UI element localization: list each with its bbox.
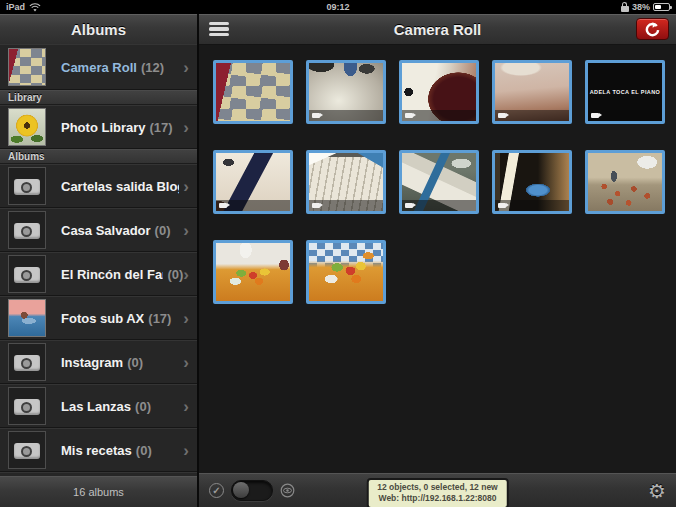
status-box: 12 objects, 0 selected, 12 new Web: http… bbox=[366, 478, 508, 507]
album-count: (0) bbox=[167, 267, 183, 282]
sidebar-item-las-lanzas[interactable]: Las Lanzas (0) › bbox=[0, 384, 197, 428]
album-label: Mis recetas bbox=[61, 443, 132, 458]
album-count: (0) bbox=[135, 399, 151, 414]
sync-icon bbox=[644, 22, 661, 37]
album-label: El Rincón del Faro bbox=[61, 267, 163, 282]
page-title: Camera Roll bbox=[394, 21, 482, 38]
orientation-lock-icon bbox=[621, 2, 629, 12]
app-screen: iPad 09:12 38% Albums Camera Roll (12) bbox=[0, 0, 676, 507]
chevron-right-icon: › bbox=[183, 354, 189, 371]
album-count: (17) bbox=[148, 311, 171, 326]
library-section: Library bbox=[0, 90, 197, 105]
album-count: (12) bbox=[141, 60, 164, 75]
video-thumbnail[interactable] bbox=[306, 60, 386, 124]
chevron-right-icon: › bbox=[183, 398, 189, 415]
preview-eye-icon[interactable] bbox=[280, 483, 295, 498]
album-list: Camera Roll (12) › Library Photo Library… bbox=[0, 44, 197, 477]
album-label: Casa Salvador bbox=[61, 223, 151, 238]
album-count: (0) bbox=[155, 223, 171, 238]
album-label: Instagram bbox=[61, 355, 123, 370]
video-badge bbox=[402, 200, 476, 211]
chevron-right-icon: › bbox=[183, 119, 189, 136]
album-label: Cartelas salida Blogtri... bbox=[61, 179, 179, 194]
photo-thumbnail[interactable] bbox=[306, 240, 386, 304]
chevron-right-icon: › bbox=[183, 310, 189, 327]
camera-placeholder-icon bbox=[8, 343, 46, 381]
camera-placeholder-icon bbox=[8, 211, 46, 249]
ios-status-bar: iPad 09:12 38% bbox=[0, 0, 676, 14]
photo-grid: ADELA TOCA EL PIANO bbox=[199, 44, 676, 473]
sidebar-item-el-rincon-del-faro[interactable]: El Rincón del Faro (0) › bbox=[0, 252, 197, 296]
video-thumbnail[interactable] bbox=[213, 150, 293, 214]
video-camera-icon bbox=[219, 203, 227, 209]
sidebar-item-fotos-sub-ax[interactable]: Fotos sub AX (17) › bbox=[0, 296, 197, 340]
chevron-right-icon: › bbox=[183, 178, 189, 195]
photo-thumbnail[interactable] bbox=[213, 60, 293, 124]
status-right: 38% bbox=[621, 2, 670, 12]
chevron-right-icon: › bbox=[183, 59, 189, 76]
video-badge bbox=[588, 110, 662, 121]
album-thumbnail bbox=[8, 108, 46, 146]
video-camera-icon bbox=[498, 203, 506, 209]
thumbnail-image bbox=[309, 243, 383, 301]
video-thumbnail[interactable]: ADELA TOCA EL PIANO bbox=[585, 60, 665, 124]
chevron-right-icon: › bbox=[183, 266, 189, 283]
web-url-line: Web: http://192.168.1.22:8080 bbox=[377, 493, 497, 504]
sync-button[interactable] bbox=[636, 18, 669, 40]
camera-placeholder-icon bbox=[8, 167, 46, 205]
camera-placeholder-icon bbox=[8, 387, 46, 425]
albums-count-footer: 16 albums bbox=[0, 476, 197, 507]
section-label: Albums bbox=[8, 151, 45, 162]
video-badge bbox=[495, 110, 569, 121]
camera-placeholder-icon bbox=[8, 255, 46, 293]
sidebar-item-instagram[interactable]: Instagram (0) › bbox=[0, 340, 197, 384]
settings-gear-icon[interactable]: ⚙ bbox=[648, 481, 666, 501]
video-badge bbox=[309, 200, 383, 211]
video-thumbnail[interactable] bbox=[306, 150, 386, 214]
hamburger-menu-button[interactable] bbox=[207, 18, 237, 40]
sidebar-item-mis-recetas[interactable]: Mis recetas (0) › bbox=[0, 428, 197, 472]
camera-roll-panel: Camera Roll ADELA bbox=[197, 14, 676, 507]
thumbnail-image bbox=[216, 63, 290, 121]
sidebar-item-casa-salvador[interactable]: Casa Salvador (0) › bbox=[0, 208, 197, 252]
bottom-toolbar: ✓ 12 objects, 0 selected, 12 new Web: ht… bbox=[199, 473, 676, 507]
album-label: Photo Library bbox=[61, 120, 146, 135]
album-count: (0) bbox=[136, 443, 152, 458]
album-count: (0) bbox=[127, 355, 143, 370]
toggle-knob[interactable] bbox=[233, 482, 249, 498]
video-camera-icon bbox=[498, 113, 506, 119]
video-camera-icon bbox=[312, 113, 320, 119]
video-badge bbox=[309, 110, 383, 121]
photo-thumbnail[interactable] bbox=[585, 150, 665, 214]
sidebar-item-photo-library[interactable]: Photo Library (17) › bbox=[0, 105, 197, 149]
video-badge bbox=[495, 200, 569, 211]
select-all-icon[interactable]: ✓ bbox=[209, 483, 224, 498]
clock: 09:12 bbox=[0, 2, 676, 12]
battery-icon bbox=[653, 3, 670, 11]
select-mode-toggle[interactable] bbox=[231, 480, 273, 501]
album-thumbnail bbox=[8, 48, 46, 86]
sidebar-title: Albums bbox=[71, 21, 126, 38]
video-thumbnail[interactable] bbox=[399, 60, 479, 124]
video-thumbnail[interactable] bbox=[399, 150, 479, 214]
video-thumbnail[interactable] bbox=[492, 150, 572, 214]
photo-thumbnail[interactable] bbox=[213, 240, 293, 304]
battery-percent-label: 38% bbox=[632, 2, 650, 12]
albums-section: Albums bbox=[0, 149, 197, 164]
albums-sidebar: Albums Camera Roll (12) › Library Photo … bbox=[0, 14, 197, 507]
sidebar-header: Albums bbox=[0, 14, 197, 45]
sidebar-item-cartelas-salida-blogtri[interactable]: Cartelas salida Blogtri... › bbox=[0, 164, 197, 208]
thumbnail-image bbox=[588, 153, 662, 211]
album-count: (17) bbox=[150, 120, 173, 135]
album-label: Las Lanzas bbox=[61, 399, 131, 414]
toolbar-left-controls: ✓ bbox=[209, 480, 295, 501]
thumbnail-image bbox=[216, 243, 290, 301]
sidebar-item-camera-roll[interactable]: Camera Roll (12) › bbox=[0, 44, 197, 90]
album-thumbnail bbox=[8, 299, 46, 337]
video-camera-icon bbox=[405, 113, 413, 119]
objects-status-line: 12 objects, 0 selected, 12 new bbox=[377, 482, 497, 493]
video-thumbnail[interactable] bbox=[492, 60, 572, 124]
main-header: Camera Roll bbox=[199, 14, 676, 45]
video-camera-icon bbox=[405, 203, 413, 209]
album-label: Fotos sub AX bbox=[61, 311, 144, 326]
